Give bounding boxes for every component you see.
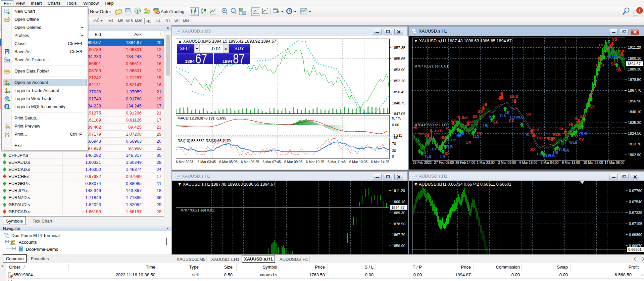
svg-text:1802.90: 1802.90 <box>628 153 641 157</box>
svg-text:1894: 1894 <box>185 59 195 64</box>
svg-text:1846.10: 1846.10 <box>628 110 641 114</box>
svg-text:#70770021 sell 0.01: #70770021 sell 0.01 <box>415 64 448 68</box>
svg-text:1889.30: 1889.30 <box>392 211 405 215</box>
svg-text:SX: SX <box>493 120 498 125</box>
svg-text:▼ AUDUSD.s,H1 0.66734 0.66742: ▼ AUDUSD.s,H1 0.66734 0.66742 0.66511 0.… <box>414 182 511 187</box>
svg-text:6 Mar 11:45: 6 Mar 11:45 <box>328 160 346 164</box>
svg-text:1878.50: 1878.50 <box>628 78 641 82</box>
svg-text:B: B <box>462 132 464 136</box>
svg-text:6 Mar 18:00: 6 Mar 18:00 <box>519 161 538 165</box>
svg-text:1894.67: 1894.67 <box>391 205 405 209</box>
svg-text:SX: SX <box>589 105 595 109</box>
svg-text:HI: HI <box>499 91 503 95</box>
svg-text:1835.30: 1835.30 <box>628 121 641 125</box>
svg-text:1900.10: 1900.10 <box>628 56 641 60</box>
svg-text:0.66890: 0.66890 <box>629 233 642 237</box>
svg-text:BUY: BUY <box>235 46 244 51</box>
svg-text:HI: HI <box>483 102 487 106</box>
svg-text:BLB: BLB <box>553 133 561 137</box>
svg-text:1894: 1894 <box>222 59 233 64</box>
svg-text:SX: SX <box>444 151 450 156</box>
svg-text:1852.20: 1852.20 <box>392 79 405 83</box>
svg-text:1900.10: 1900.10 <box>392 200 405 204</box>
svg-text:1911.20: 1911.20 <box>392 189 405 193</box>
svg-text:0.01: 0.01 <box>212 46 221 51</box>
svg-text:9 Mar 13:00: 9 Mar 13:00 <box>562 161 580 165</box>
svg-text:6 Mar 13:05: 6 Mar 13:05 <box>349 160 368 164</box>
svg-text:0.775: 0.775 <box>392 116 401 120</box>
svg-text:▲ XAUUSD.s,M5 1894.15 1895.42: ▲ XAUUSD.s,M5 1894.15 1895.42 1893.92 18… <box>178 39 276 44</box>
svg-text:8 Mar 04:00: 8 Mar 04:00 <box>541 161 559 165</box>
svg-text:6 Mar 10:25: 6 Mar 10:25 <box>306 160 325 164</box>
svg-text:BLB: BLB <box>532 128 539 132</box>
svg-text:TLB: TLB <box>424 154 431 158</box>
svg-text:LB: LB <box>612 55 617 59</box>
svg-text:1911.20: 1911.20 <box>628 45 641 49</box>
svg-text:B: B <box>526 133 529 137</box>
svg-text:HM: HM <box>440 135 446 139</box>
svg-text:1856.90: 1856.90 <box>392 244 405 248</box>
svg-text:RSI(13) 58.5332 RSI(3) 63,747: RSI(13) 58.5332 RSI(3) 63,7470 <box>178 139 231 143</box>
svg-text:0.67105: 0.67105 <box>629 222 642 226</box>
svg-text:HI: HI <box>599 43 603 47</box>
svg-text:6 Mar 09:05: 6 Mar 09:05 <box>284 160 303 164</box>
svg-text:SS: SS <box>580 114 585 119</box>
svg-text:HI: HI <box>575 116 578 121</box>
svg-text:87: 87 <box>233 51 245 66</box>
svg-text:0.66670: 0.66670 <box>629 244 642 248</box>
svg-text:HB: HB <box>435 147 440 151</box>
svg-text:HI: HI <box>569 123 573 127</box>
svg-text:1856.90: 1856.90 <box>628 99 641 103</box>
svg-text:1 Mar 23:00: 1 Mar 23:00 <box>477 161 495 165</box>
svg-text:SS: SS <box>478 109 483 113</box>
svg-text:SX: SX <box>530 147 536 152</box>
svg-text:-: - <box>233 8 234 12</box>
svg-text:HI: HI <box>456 115 460 119</box>
svg-text:14 Mar 08:00: 14 Mar 08:00 <box>605 161 625 165</box>
svg-text:▼ XAUUSD.s,H1 1887.48 1898.63: ▼ XAUUSD.s,H1 1887.48 1898.63 1886.65 18… <box>178 182 276 187</box>
svg-text:SS: SS <box>526 112 531 116</box>
svg-text:1867.70: 1867.70 <box>628 88 641 92</box>
svg-text:SX: SX <box>466 140 471 145</box>
svg-text:70: 70 <box>392 142 396 146</box>
svg-text:1857.35: 1857.35 <box>392 46 405 50</box>
svg-text:BHB: BHB <box>617 49 626 53</box>
svg-text:1853.90: 1853.90 <box>392 68 405 72</box>
svg-text:LX: LX <box>605 39 610 44</box>
svg-text:HB: HB <box>483 123 489 127</box>
svg-text:0.00: 0.00 <box>392 123 399 127</box>
svg-text:SS: SS <box>451 119 456 123</box>
svg-text:1813.70: 1813.70 <box>628 142 641 146</box>
svg-text:BHB: BHB <box>510 94 518 98</box>
svg-text:HB: HB <box>451 138 456 142</box>
svg-text:SX: SX <box>558 127 563 131</box>
svg-text:+: + <box>223 8 225 12</box>
svg-text:HB: HB <box>537 152 542 156</box>
svg-text:28 Feb 14:00: 28 Feb 14:00 <box>455 161 475 165</box>
svg-text:HB: HB <box>456 134 462 138</box>
svg-text:BLB: BLB <box>435 129 443 133</box>
svg-text:1850.45: 1850.45 <box>392 90 405 94</box>
svg-text:SX: SX <box>477 132 482 136</box>
svg-text:SX: SX <box>579 138 584 142</box>
svg-text:BHB: BHB <box>596 63 604 67</box>
svg-text:67: 67 <box>195 51 207 66</box>
svg-text:10 Mar 22:00: 10 Mar 22:00 <box>583 161 603 165</box>
svg-text:SELL: SELL <box>180 46 191 51</box>
svg-text:6 Mar 07:45: 6 Mar 07:45 <box>262 160 281 164</box>
svg-text:0.67540: 0.67540 <box>629 200 642 204</box>
svg-text:BLB: BLB <box>564 130 572 134</box>
svg-text:BHB: BHB <box>548 137 556 141</box>
svg-text:1: 1 <box>638 8 641 13</box>
svg-text:TLB: TLB <box>419 150 426 154</box>
svg-text:Sell: Sell <box>467 120 474 124</box>
svg-text:0.66601: 0.66601 <box>628 247 642 251</box>
svg-text:Sell: Sell <box>462 115 468 120</box>
svg-text:0.67760: 0.67760 <box>629 189 642 193</box>
svg-text:SS: SS <box>424 133 429 137</box>
svg-text:S: S <box>6 105 8 108</box>
svg-text:1824.50: 1824.50 <box>628 131 641 135</box>
svg-text:#70770021 sell 0.01: #70770021 sell 0.01 <box>181 208 214 212</box>
svg-text:6 Mar 06:25: 6 Mar 06:25 <box>241 160 259 164</box>
svg-text:100: 100 <box>392 136 398 140</box>
